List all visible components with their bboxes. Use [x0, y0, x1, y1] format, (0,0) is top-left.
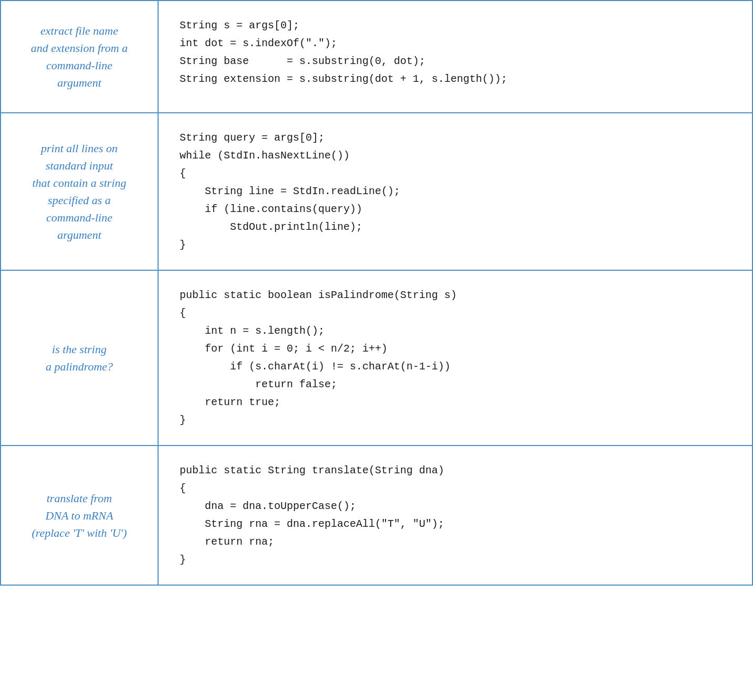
code-line: String query = args[0]; [180, 129, 731, 147]
table-row-is-palindrome: is the stringa palindrome?public static … [1, 270, 752, 446]
code-content-translate-dna: public static String translate(String dn… [180, 462, 731, 569]
code-line: } [180, 411, 731, 429]
code-line: } [180, 551, 731, 569]
code-line: while (StdIn.hasNextLine()) [180, 147, 731, 165]
code-cell-print-all-lines: String query = args[0];while (StdIn.hasN… [158, 113, 752, 270]
code-line: } [180, 236, 731, 254]
code-cell-extract-file-name: String s = args[0];int dot = s.indexOf("… [158, 1, 752, 113]
code-line: int dot = s.indexOf("."); [180, 35, 731, 52]
code-line: StdOut.println(line); [180, 218, 731, 236]
code-line: String extension = s.substring(dot + 1, … [180, 70, 731, 88]
code-line: return false; [180, 376, 731, 394]
code-line: return true; [180, 394, 731, 411]
code-line: { [180, 165, 731, 183]
code-line: dna = dna.toUpperCase(); [180, 497, 731, 515]
table-row-print-all-lines: print all lines onstandard inputthat con… [1, 113, 752, 270]
code-line: String line = StdIn.readLine(); [180, 183, 731, 200]
code-line: { [180, 480, 731, 497]
code-line: if (line.contains(query)) [180, 200, 731, 218]
code-line: return rna; [180, 533, 731, 551]
code-content-is-palindrome: public static boolean isPalindrome(Strin… [180, 287, 731, 429]
code-content-print-all-lines: String query = args[0];while (StdIn.hasN… [180, 129, 731, 254]
code-line: String rna = dna.replaceAll("T", "U"); [180, 515, 731, 533]
main-table: extract file nameand extension from acom… [0, 0, 753, 586]
description-cell-translate-dna: translate fromDNA to mRNA(replace 'T' wi… [1, 446, 158, 585]
description-cell-print-all-lines: print all lines onstandard inputthat con… [1, 113, 158, 270]
description-cell-extract-file-name: extract file nameand extension from acom… [1, 1, 158, 113]
code-line: { [180, 304, 731, 322]
code-line: public static boolean isPalindrome(Strin… [180, 287, 731, 304]
code-line: if (s.charAt(i) != s.charAt(n-1-i)) [180, 358, 731, 376]
code-cell-translate-dna: public static String translate(String dn… [158, 446, 752, 585]
description-cell-is-palindrome: is the stringa palindrome? [1, 270, 158, 446]
table-row-extract-file-name: extract file nameand extension from acom… [1, 1, 752, 113]
code-line: String s = args[0]; [180, 17, 731, 35]
code-line: String base = s.substring(0, dot); [180, 52, 731, 70]
code-cell-is-palindrome: public static boolean isPalindrome(Strin… [158, 270, 752, 446]
code-line: int n = s.length(); [180, 322, 731, 340]
code-line: public static String translate(String dn… [180, 462, 731, 480]
code-content-extract-file-name: String s = args[0];int dot = s.indexOf("… [180, 17, 731, 88]
code-line: for (int i = 0; i < n/2; i++) [180, 340, 731, 358]
table-row-translate-dna: translate fromDNA to mRNA(replace 'T' wi… [1, 446, 752, 585]
